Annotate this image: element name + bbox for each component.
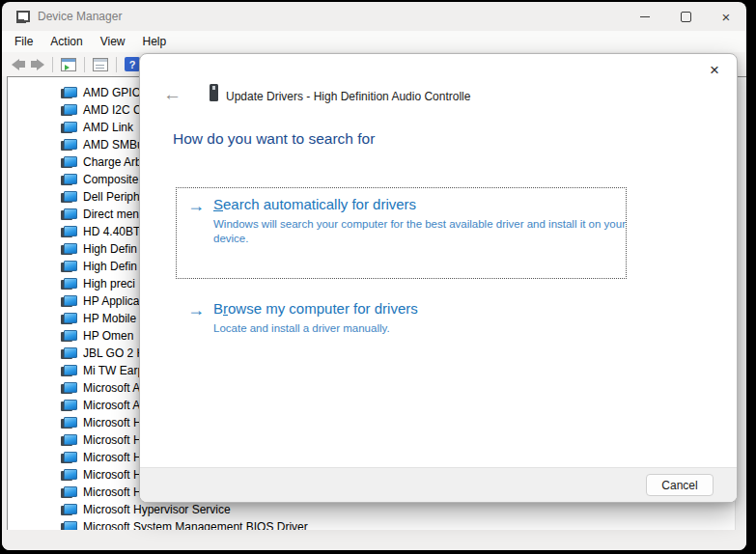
system-device-icon — [61, 313, 76, 324]
dialog-close-button[interactable]: × — [702, 58, 727, 83]
device-label: Direct men — [83, 208, 139, 221]
access-key: S — [213, 196, 223, 212]
system-device-icon — [61, 365, 76, 376]
device-label: HP Mobile — [83, 312, 136, 325]
dialog-back-button[interactable]: ← — [163, 85, 182, 103]
device-label: Microsoft H — [83, 416, 142, 429]
device-label: AMD SMBu — [83, 138, 144, 152]
system-device-icon — [61, 208, 76, 220]
cancel-button[interactable]: Cancel — [646, 474, 714, 496]
device-label: JBL GO 2 H — [83, 346, 145, 360]
system-device-icon — [61, 504, 76, 515]
command-link-arrow-icon: → — [187, 197, 205, 214]
console-tree-icon — [61, 58, 76, 71]
help-icon: ? — [125, 57, 140, 71]
system-device-icon — [61, 191, 76, 203]
menu-item[interactable]: File — [6, 33, 42, 50]
device-label: High Defin — [83, 260, 137, 273]
system-device-icon — [61, 452, 76, 463]
device-label: AMD GPIO — [83, 86, 141, 99]
device-label: AMD Link — [83, 121, 133, 134]
device-label: Composite — [83, 173, 138, 186]
device-label: HP Omen — [83, 329, 133, 343]
close-icon: × — [722, 10, 731, 24]
system-device-icon — [61, 330, 76, 342]
minimize-icon — [640, 16, 650, 17]
device-label: High Defin — [83, 242, 137, 256]
close-icon: × — [710, 61, 719, 80]
device-label: Microsoft System Management BIOS Driver — [83, 520, 308, 530]
close-button[interactable]: × — [706, 2, 746, 31]
browse-computer-option[interactable]: Browse my computer for drivers — [213, 300, 418, 317]
browse-computer-description: Locate and install a driver manually. — [213, 321, 658, 336]
system-device-icon — [61, 469, 76, 481]
system-device-icon — [61, 417, 76, 429]
system-device-icon — [61, 104, 76, 116]
device-label: Microsoft H — [83, 451, 142, 464]
system-device-icon — [61, 278, 76, 290]
toolbar-separator — [52, 57, 53, 72]
menu-bar: FileActionViewHelp — [2, 31, 746, 52]
audio-device-icon — [210, 84, 218, 101]
menu-item[interactable]: View — [92, 33, 134, 50]
properties-button[interactable] — [90, 54, 111, 75]
system-device-icon — [61, 295, 76, 307]
window-title: Device Manager — [38, 10, 122, 23]
device-manager-app-icon — [14, 11, 28, 23]
device-label: Microsoft H — [83, 468, 142, 482]
device-label: AMD I2C C — [83, 103, 142, 117]
system-device-icon — [61, 156, 76, 168]
dialog-footer: Cancel — [140, 467, 737, 502]
system-device-icon — [61, 347, 76, 359]
back-arrow-icon — [12, 59, 25, 70]
device-label: Microsoft A — [83, 399, 140, 412]
device-tree-item[interactable]: Microsoft Hypervisor Service — [8, 501, 746, 518]
properties-icon — [93, 58, 108, 71]
toolbar-separator — [84, 57, 85, 72]
cancel-label: Cancel — [661, 479, 697, 492]
back-arrow-icon: ← — [163, 84, 182, 104]
system-device-icon — [61, 400, 76, 411]
menu-item[interactable]: Help — [134, 33, 176, 50]
device-label: Mi TW Earp — [83, 364, 144, 377]
system-device-icon — [61, 243, 76, 255]
minimize-button[interactable] — [625, 2, 665, 31]
search-automatically-label: Search automatically for drivers — [213, 196, 416, 212]
system-device-icon — [61, 139, 76, 151]
command-link-arrow-icon: → — [187, 301, 205, 319]
titlebar[interactable]: Device Manager × — [2, 2, 746, 31]
device-label: Charge Arb — [83, 155, 142, 169]
system-device-icon — [61, 174, 76, 185]
system-device-icon — [61, 521, 76, 530]
system-device-icon — [61, 434, 76, 446]
forward-arrow-icon — [31, 59, 44, 70]
device-label: HP Applica — [83, 294, 139, 308]
device-label: Microsoft H — [83, 433, 142, 447]
system-device-icon — [61, 226, 76, 237]
system-device-icon — [61, 261, 76, 272]
forward-button[interactable] — [28, 54, 47, 75]
menu-item[interactable]: Action — [42, 33, 91, 50]
device-tree-item[interactable]: Microsoft System Management BIOS Driver — [8, 518, 746, 530]
dialog-heading: How do you want to search for — [173, 130, 375, 148]
dialog-title: Update Drivers - High Definition Audio C… — [226, 90, 470, 103]
device-label: Microsoft A — [83, 381, 140, 395]
device-label: High preci — [83, 277, 135, 291]
device-label: Microsoft Hypervisor Service — [83, 503, 231, 516]
toolbar-separator — [116, 57, 117, 72]
device-label: Microsoft H — [83, 485, 142, 499]
system-device-icon — [61, 382, 76, 394]
console-tree-button[interactable] — [58, 54, 79, 75]
system-device-icon — [61, 122, 76, 133]
system-device-icon — [61, 87, 76, 98]
system-device-icon — [61, 486, 76, 498]
maximize-icon — [681, 12, 691, 22]
search-automatically-description: Windows will search your computer for th… — [213, 217, 643, 246]
window-bottom-strip — [2, 530, 746, 550]
maximize-button[interactable] — [665, 2, 706, 31]
update-drivers-dialog: × ← Update Drivers - High Definition Aud… — [139, 53, 738, 503]
device-label: Dell Periph — [83, 190, 140, 204]
back-button[interactable] — [9, 54, 28, 75]
device-label: HD 4.40BT — [83, 225, 140, 238]
